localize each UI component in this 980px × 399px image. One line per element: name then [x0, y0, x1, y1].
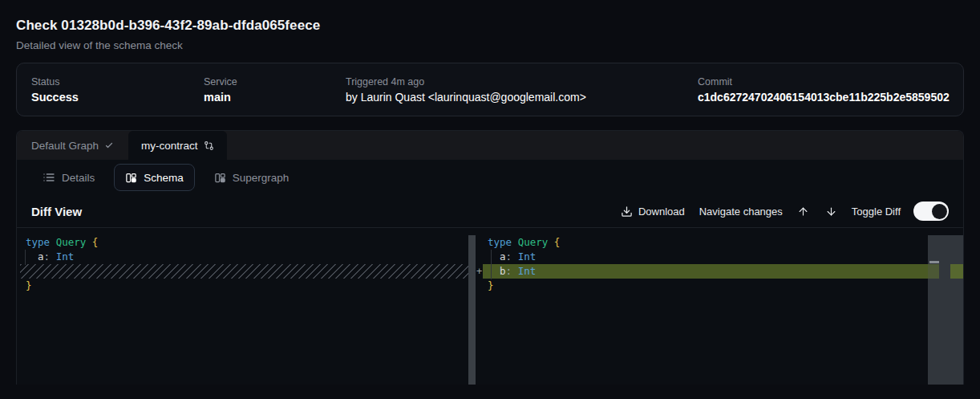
page-subtitle: Detailed view of the schema check [16, 39, 964, 51]
tab-supergraph-label: Supergraph [233, 172, 290, 184]
toggle-diff-label: Toggle Diff [852, 206, 901, 218]
service-value: main [204, 91, 346, 104]
next-change-button[interactable] [824, 202, 839, 221]
panels-icon [125, 172, 137, 184]
download-label: Download [638, 206, 685, 218]
meta-service: Service main [204, 76, 346, 104]
left-scrollbar[interactable] [468, 235, 476, 385]
tab-details-label: Details [62, 172, 95, 184]
code-line: } [17, 279, 468, 293]
meta-triggered: Triggered 4m ago by Laurin Quast <laurin… [346, 76, 698, 104]
commit-label: Commit [698, 76, 950, 88]
code-line: b: Int [483, 264, 928, 279]
diff-toolbar-actions: Download Navigate changes Toggle Diff [619, 202, 949, 221]
commit-value: c1dc62724702406154013cbe11b225b2e5859502 [698, 91, 950, 104]
page-title: Check 01328b0d-b396-43f2-89ab-dfda065fee… [16, 18, 964, 34]
code-line: type Query { [483, 235, 928, 250]
tab-my-contract-label: my-contract [141, 140, 198, 152]
tab-schema-label: Schema [144, 172, 184, 184]
panels-icon [214, 172, 226, 184]
minimap-added-marker [950, 264, 963, 279]
tab-my-contract[interactable]: my-contract [128, 131, 227, 160]
code-line: type Query { [17, 235, 468, 250]
status-label: Status [31, 76, 204, 88]
diff-view-title: Diff View [31, 205, 82, 218]
diff-toolbar: Diff View Download Navigate changes Togg… [17, 195, 963, 228]
indent-guide [491, 250, 492, 279]
check-meta-card: Status Success Service main Triggered 4m… [16, 63, 964, 116]
indent-guide [25, 250, 26, 265]
code-line: a: Int [17, 250, 468, 264]
meta-commit: Commit c1dc62724702406154013cbe11b225b2e… [698, 76, 950, 104]
tab-supergraph[interactable]: Supergraph [203, 164, 301, 191]
tab-default-graph[interactable]: Default Graph [17, 131, 128, 160]
status-value: Success [31, 91, 204, 104]
code-line: } [483, 279, 928, 293]
tab-details[interactable]: Details [31, 164, 106, 191]
arrow-up-icon [797, 206, 809, 218]
toggle-knob [932, 204, 947, 219]
code-line: a: Int [483, 250, 928, 264]
diff-panel-right: type Query { a: Int b: Int} [483, 228, 928, 385]
triggered-value: by Laurin Quast <laurinquast@googlemail.… [346, 91, 698, 104]
right-scrollbar[interactable] [928, 235, 963, 385]
page-header: Check 01328b0d-b396-43f2-89ab-dfda065fee… [16, 0, 964, 51]
check-panel: Default Graph my-contract Details Schema… [16, 130, 964, 385]
previous-change-button[interactable] [796, 202, 811, 221]
git-compare-icon [204, 140, 214, 151]
diff-gutter: + [476, 228, 483, 385]
scrollbar-thumb[interactable] [929, 261, 939, 263]
tab-default-graph-label: Default Graph [31, 140, 99, 152]
tab-schema[interactable]: Schema [114, 164, 195, 191]
diff-view: type Query { a: Int} + type Query { a: I… [17, 228, 963, 385]
diff-code-after: type Query { a: Int b: Int} [483, 228, 928, 293]
download-icon [621, 206, 633, 218]
toggle-diff-switch[interactable] [913, 202, 949, 221]
meta-status: Status Success [31, 76, 204, 104]
service-label: Service [204, 76, 346, 88]
removed-line-hatch [20, 264, 468, 279]
minimap-added-region [928, 264, 939, 279]
graph-tab-strip: Default Graph my-contract [17, 131, 963, 160]
list-icon [43, 171, 55, 184]
arrow-down-icon [825, 206, 837, 218]
check-icon [104, 140, 114, 150]
diff-panel-left: type Query { a: Int} [17, 228, 468, 385]
diff-code-before: type Query { a: Int} [17, 228, 468, 293]
view-tab-bar: Details Schema Supergraph [17, 160, 963, 195]
navigate-changes-label: Navigate changes [699, 206, 783, 218]
download-button[interactable]: Download [619, 202, 686, 221]
page: Check 01328b0d-b396-43f2-89ab-dfda065fee… [0, 0, 980, 385]
triggered-label: Triggered 4m ago [346, 76, 698, 88]
